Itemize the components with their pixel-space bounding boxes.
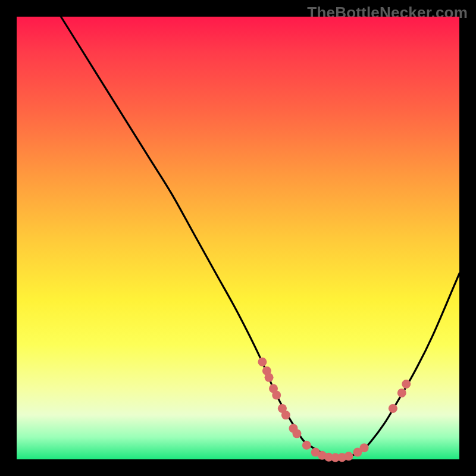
data-marker <box>389 404 397 413</box>
plot-area <box>17 17 459 459</box>
bottleneck-chart <box>17 17 459 459</box>
data-marker <box>281 411 290 419</box>
data-marker <box>397 389 406 397</box>
data-marker <box>402 380 411 389</box>
data-marker <box>292 429 301 438</box>
data-markers <box>258 358 411 462</box>
data-marker <box>258 358 267 367</box>
data-marker <box>360 443 369 452</box>
data-marker <box>302 441 311 450</box>
data-marker <box>272 391 281 400</box>
chart-frame: TheBottleNecker.com <box>0 0 476 476</box>
data-marker <box>265 373 274 382</box>
bottleneck-curve <box>17 0 459 458</box>
data-marker <box>345 452 353 461</box>
